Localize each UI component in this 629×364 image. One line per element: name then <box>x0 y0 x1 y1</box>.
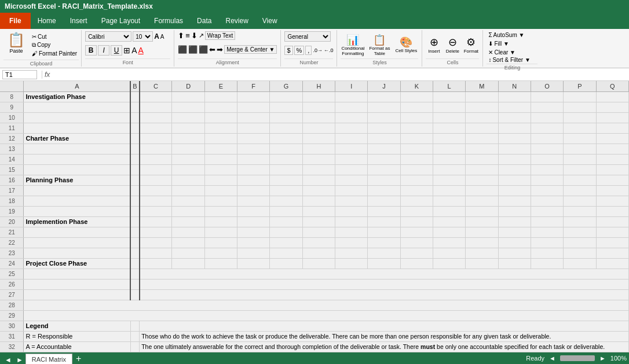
col-header-O[interactable]: O <box>531 81 563 91</box>
currency-icon[interactable]: $ <box>284 46 292 55</box>
underline-button[interactable]: U <box>111 45 122 56</box>
cell-8-I[interactable] <box>335 91 368 102</box>
sort-filter-button[interactable]: ↕ Sort & Filter ▼ <box>488 57 530 63</box>
merge-center-button[interactable]: Merge & Center ▼ <box>224 45 277 54</box>
cell-24-A[interactable]: Project Close Phase <box>24 258 130 269</box>
menu-page-layout[interactable]: Page Layout <box>94 13 147 29</box>
row-num[interactable]: 14 <box>0 154 24 164</box>
menu-review[interactable]: Review <box>218 13 255 29</box>
row-num[interactable]: 31 <box>0 331 24 341</box>
col-header-P[interactable]: P <box>564 81 596 91</box>
row-num[interactable]: 29 <box>0 310 24 321</box>
sheet-tab-add[interactable]: + <box>72 354 85 364</box>
name-box[interactable] <box>2 70 37 79</box>
cell-8-B[interactable] <box>130 91 139 102</box>
menu-formulas[interactable]: Formulas <box>147 13 190 29</box>
cell-16-A[interactable]: Planning Phase <box>24 175 130 185</box>
cell-32-A[interactable]: A = Accountable <box>24 341 130 352</box>
cell-20-A[interactable]: Implemention Phase <box>24 216 130 227</box>
row-num[interactable]: 11 <box>0 123 24 133</box>
row-num[interactable]: 15 <box>0 164 24 175</box>
row-num[interactable]: 17 <box>0 185 24 196</box>
cell-11-A[interactable] <box>24 123 130 133</box>
row-num[interactable]: 8 <box>0 91 24 102</box>
cell-8-H[interactable] <box>302 91 335 102</box>
align-right-icon[interactable]: ⬛ <box>199 45 208 54</box>
number-format-select[interactable]: General <box>284 31 331 42</box>
cell-8-O[interactable] <box>531 91 563 102</box>
row-num[interactable]: 23 <box>0 248 24 258</box>
angle-icon[interactable]: ↗ <box>199 32 204 39</box>
row-num[interactable]: 20 <box>0 216 24 227</box>
menu-home[interactable]: Home <box>31 13 63 29</box>
autosum-button[interactable]: Σ AutoSum ▼ <box>487 31 537 39</box>
format-as-table-button[interactable]: 📋 Format as Table <box>367 34 392 57</box>
cell-8-D[interactable] <box>172 91 204 102</box>
col-header-B[interactable]: B <box>130 81 139 91</box>
paste-button[interactable]: 📋 Paste <box>3 30 29 60</box>
cell-10-A[interactable] <box>24 112 130 123</box>
copy-button[interactable]: ⧉ Copy <box>30 41 79 49</box>
sheet-nav-prev[interactable]: ◄ <box>2 356 14 364</box>
cell-32-C[interactable]: The one ultimately answerable for the co… <box>140 341 629 352</box>
cell-8-K[interactable] <box>400 91 433 102</box>
fill-button[interactable]: ⬇ Fill ▼ <box>487 40 537 47</box>
col-header-A[interactable]: A <box>24 81 130 91</box>
align-left-icon[interactable]: ⬛ <box>178 45 187 54</box>
col-header-H[interactable]: H <box>302 81 335 91</box>
row-num[interactable]: 13 <box>0 144 24 154</box>
font-color-icon[interactable]: A <box>138 46 143 55</box>
italic-button[interactable]: I <box>98 45 109 56</box>
menu-view[interactable]: View <box>255 13 284 29</box>
col-header-K[interactable]: K <box>400 81 433 91</box>
col-header-L[interactable]: L <box>433 81 465 91</box>
row-num[interactable]: 26 <box>0 279 24 289</box>
row-num[interactable]: 21 <box>0 227 24 237</box>
menu-insert[interactable]: Insert <box>63 13 94 29</box>
align-top-icon[interactable]: ⬆ <box>178 31 184 40</box>
col-header-D[interactable]: D <box>172 81 204 91</box>
bold-button[interactable]: B <box>85 45 97 56</box>
row-num[interactable]: 25 <box>0 269 24 279</box>
scroll-right-icon[interactable]: ► <box>599 355 606 362</box>
cell-9-A[interactable] <box>24 102 130 112</box>
cell-styles-button[interactable]: 🎨 Cell Styles <box>394 36 418 54</box>
cell-8-P[interactable] <box>564 91 596 102</box>
font-name-select[interactable]: Calibri <box>85 31 131 42</box>
sheet-tab-raci-matrix[interactable]: RACI Matrix <box>25 354 72 364</box>
sheet-nav-next[interactable]: ► <box>14 356 25 364</box>
increase-decimal-icon[interactable]: .0→ <box>313 47 323 53</box>
cell-8-E[interactable] <box>204 91 237 102</box>
align-center-icon[interactable]: ⬛ <box>188 45 198 54</box>
col-header-F[interactable]: F <box>237 81 270 91</box>
border-icon[interactable]: ⊞ <box>123 46 130 55</box>
decrease-decimal-icon[interactable]: ←.0 <box>324 47 334 53</box>
scroll-bar[interactable] <box>560 355 595 361</box>
fill-color-icon[interactable]: A <box>131 46 137 55</box>
col-header-M[interactable]: M <box>466 81 498 91</box>
cell-8-J[interactable] <box>368 91 400 102</box>
cell-12-A[interactable]: Charter Phase <box>24 133 130 144</box>
row-num[interactable]: 24 <box>0 258 24 269</box>
col-header-I[interactable]: I <box>335 81 368 91</box>
col-header-J[interactable]: J <box>368 81 400 91</box>
col-header-E[interactable]: E <box>204 81 237 91</box>
scroll-area[interactable]: A B C D E F G H I J K L M N O P Q <box>0 81 629 352</box>
percent-icon[interactable]: % <box>294 46 305 55</box>
cell-8-F[interactable] <box>237 91 270 102</box>
cell-30-A[interactable]: Legend <box>24 321 130 331</box>
col-header-Q[interactable]: Q <box>596 81 628 91</box>
font-size-select[interactable]: 10 <box>133 31 153 42</box>
conditional-formatting-button[interactable]: 📊 Conditional Formatting <box>341 34 365 57</box>
clear-button[interactable]: ✕ Clear ▼ <box>487 49 537 56</box>
align-bottom-icon[interactable]: ⬇ <box>191 31 198 40</box>
formula-input[interactable] <box>52 71 627 78</box>
increase-font-icon[interactable]: A <box>154 32 159 41</box>
cell-8-C[interactable] <box>140 91 172 102</box>
cell-8-G[interactable] <box>270 91 302 102</box>
col-header-G[interactable]: G <box>270 81 302 91</box>
row-num[interactable]: 32 <box>0 341 24 352</box>
format-button[interactable]: ⚙ Format <box>463 36 479 54</box>
col-header-C[interactable]: C <box>140 81 172 91</box>
delete-button[interactable]: ⊖ Delete <box>444 36 460 54</box>
